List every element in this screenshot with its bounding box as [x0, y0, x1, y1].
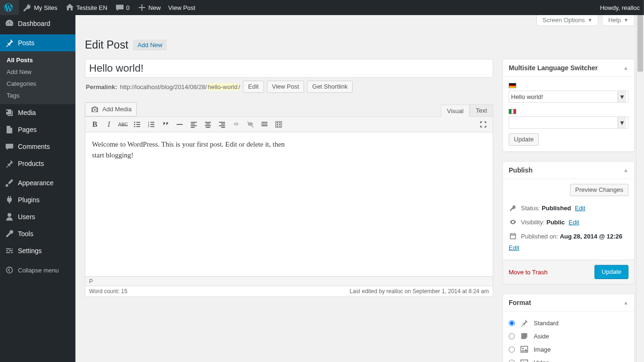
help-tab[interactable]: Help▼ — [602, 15, 635, 26]
menu-settings[interactable]: Settings — [0, 242, 75, 259]
format-standard-label: Standard — [534, 320, 559, 327]
comment-icon — [115, 3, 124, 12]
menu-posts[interactable]: Posts — [0, 34, 75, 51]
calendar-icon — [509, 232, 517, 240]
chevron-up-icon[interactable]: ▲ — [623, 65, 628, 71]
format-video-radio[interactable] — [509, 360, 515, 362]
more-button[interactable] — [258, 118, 271, 131]
ul-button[interactable] — [131, 118, 144, 131]
aside-icon — [520, 331, 529, 341]
word-count: Word count: 15 — [89, 288, 127, 295]
publish-title-bar[interactable]: Publish▲ — [503, 162, 634, 179]
menu-dashboard[interactable]: Dashboard — [0, 15, 75, 32]
svg-text:3: 3 — [148, 125, 149, 128]
wp-logo[interactable] — [0, 0, 19, 15]
menu-pages[interactable]: Pages — [0, 121, 75, 138]
scrollbar[interactable] — [636, 15, 644, 362]
align-left-button[interactable] — [187, 118, 200, 131]
chevron-up-icon[interactable]: ▲ — [623, 300, 628, 305]
svg-rect-6 — [136, 126, 140, 127]
link-button[interactable] — [230, 118, 243, 131]
menu-users[interactable]: Users — [0, 208, 75, 225]
tab-text[interactable]: Text — [470, 104, 493, 116]
add-media-label: Add Media — [102, 103, 132, 116]
collapse-icon — [5, 265, 14, 275]
format-aside[interactable]: Aside — [509, 329, 628, 343]
menu-appearance[interactable]: Appearance — [0, 174, 75, 191]
site-name[interactable]: Testsite EN — [61, 0, 111, 15]
new-content[interactable]: New — [133, 0, 165, 15]
menu-plugins-label: Plugins — [18, 196, 40, 204]
collapse-menu[interactable]: Collapse menu — [0, 262, 75, 279]
svg-point-0 — [7, 267, 13, 273]
align-center-button[interactable] — [201, 118, 215, 131]
svg-rect-15 — [191, 123, 195, 124]
menu-tools[interactable]: Tools — [0, 225, 75, 242]
my-sites[interactable]: My Sites — [19, 0, 61, 15]
mls-title-bar[interactable]: Multisite Language Switcher▲ — [503, 59, 634, 77]
quote-button[interactable] — [159, 118, 172, 131]
scrollbar-thumb[interactable] — [637, 15, 643, 72]
editor-wrap: Add Media Visual Text B I ABC — [85, 102, 493, 297]
get-shortlink-button[interactable]: Get Shortlink — [307, 81, 353, 93]
format-standard-radio[interactable] — [509, 320, 515, 326]
format-video[interactable]: Video — [509, 356, 628, 362]
screen-options-tab[interactable]: Screen Options▼ — [537, 15, 599, 26]
submenu-add-new[interactable]: Add New — [0, 66, 75, 78]
mls-select-it[interactable]: ▼ — [509, 116, 628, 129]
svg-rect-21 — [206, 127, 210, 128]
trash-link[interactable]: Move to Trash — [509, 269, 547, 276]
fullscreen-button[interactable] — [477, 118, 490, 131]
submenu-tags[interactable]: Tags — [0, 90, 75, 101]
menu-media[interactable]: Media — [0, 104, 75, 121]
hr-button[interactable] — [173, 118, 186, 131]
svg-rect-29 — [262, 125, 268, 126]
menu-comments[interactable]: Comments — [0, 138, 75, 155]
submenu-categories[interactable]: Categories — [0, 78, 75, 90]
editor-content[interactable]: Welcome to WordPress. This is your first… — [85, 132, 493, 276]
my-account[interactable]: Howdy, realloc — [596, 0, 644, 15]
edit-date-link[interactable]: Edit — [509, 244, 628, 251]
menu-appearance-label: Appearance — [18, 179, 54, 187]
menu-users-label: Users — [18, 213, 35, 221]
format-image[interactable]: Image — [509, 343, 628, 356]
svg-rect-8 — [150, 122, 154, 123]
edit-status-link[interactable]: Edit — [575, 205, 585, 212]
settings-icon — [5, 246, 14, 255]
format-standard[interactable]: Standard — [509, 316, 628, 329]
add-new-button[interactable]: Add New — [133, 40, 167, 50]
format-title-bar[interactable]: Format▲ — [503, 294, 634, 312]
status-row: Status: Published Edit — [509, 201, 628, 215]
chevron-up-icon[interactable]: ▲ — [623, 167, 628, 173]
view-post-button[interactable]: View Post — [267, 81, 305, 93]
mls-row-de: Hello world! ▼ — [509, 82, 628, 103]
toolbar-toggle-button[interactable] — [272, 118, 285, 131]
menu-products[interactable]: Products — [0, 155, 75, 172]
post-title-input[interactable] — [85, 59, 493, 78]
mls-title: Multisite Language Switcher — [509, 64, 598, 72]
preview-button[interactable]: Preview Changes — [570, 184, 628, 196]
bold-button[interactable]: B — [88, 118, 101, 131]
view-post-link[interactable]: View Post — [165, 0, 199, 15]
mls-update-button[interactable]: Update — [509, 133, 539, 146]
edit-visibility-link[interactable]: Edit — [569, 219, 579, 226]
ol-button[interactable]: 123 — [145, 118, 158, 131]
update-button[interactable]: Update — [594, 265, 628, 279]
comments-link[interactable]: 0 — [111, 0, 133, 15]
add-media-button[interactable]: Add Media — [85, 102, 137, 116]
wordpress-icon — [4, 3, 13, 12]
camera-icon — [90, 105, 99, 114]
align-right-button[interactable] — [215, 118, 229, 131]
format-aside-radio[interactable] — [509, 333, 515, 339]
tab-visual[interactable]: Visual — [441, 105, 470, 117]
chevron-down-icon: ▼ — [618, 117, 626, 128]
italic-button[interactable]: I — [102, 118, 116, 131]
strike-button[interactable]: ABC — [116, 118, 130, 131]
format-image-radio[interactable] — [509, 346, 515, 353]
menu-plugins[interactable]: Plugins — [0, 191, 75, 208]
submenu-all-posts[interactable]: All Posts — [0, 54, 75, 66]
unlink-button[interactable] — [244, 118, 257, 131]
edit-slug-button[interactable]: Edit — [243, 81, 264, 93]
mls-select-de[interactable]: Hello world! ▼ — [509, 90, 628, 103]
svg-rect-19 — [206, 123, 210, 124]
